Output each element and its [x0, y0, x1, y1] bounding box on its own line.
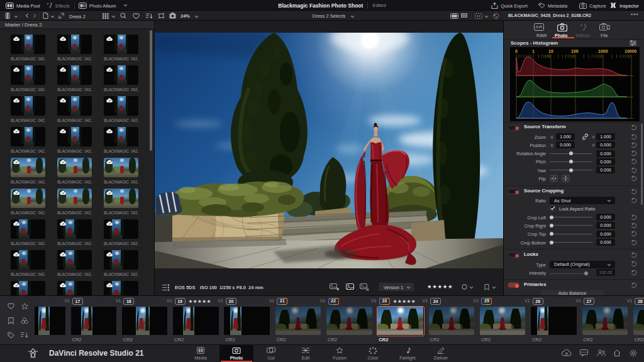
- svg-text:10000: 10000: [625, 49, 637, 53]
- svg-text:0: 0: [515, 49, 518, 53]
- svg-text:10: 10: [548, 49, 553, 53]
- svg-text:100: 100: [571, 49, 579, 53]
- svg-text:1000: 1000: [598, 49, 608, 53]
- svg-text:1: 1: [532, 49, 535, 53]
